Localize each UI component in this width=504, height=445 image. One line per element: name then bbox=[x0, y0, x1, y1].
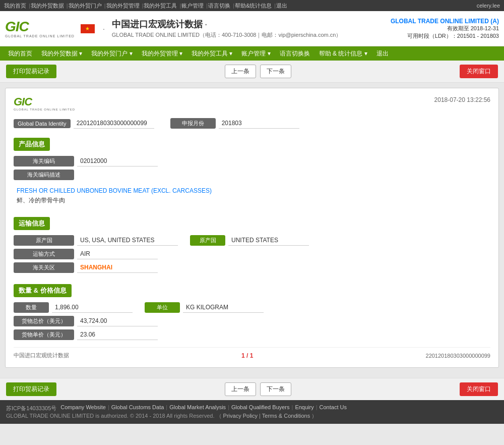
hsdesc-label: 海关编码描述 bbox=[14, 170, 74, 180]
product-section-header: 产品信息 bbox=[14, 138, 50, 151]
footer-market-analysis[interactable]: Global Market Analysis bbox=[169, 404, 226, 410]
footer-company-website[interactable]: Company Website bbox=[60, 404, 106, 410]
mainnav-data[interactable]: 我的外贸数据 ▾ bbox=[37, 47, 86, 60]
mainnav-language[interactable]: 语言切换换 bbox=[276, 47, 314, 60]
quantity-label: 数量 bbox=[14, 302, 49, 313]
record-card: GIC GLOBAL TRADE ONLINE LIMITED 2018-07-… bbox=[5, 88, 499, 368]
customs-zone-label: 海关关区 bbox=[14, 262, 74, 273]
footer-customs-data[interactable]: Global Customs Data bbox=[111, 404, 164, 410]
bottom-close-button[interactable]: 关闭窗口 bbox=[460, 382, 498, 396]
footer-copyright: GLOBAL TRADE ONLINE LIMITED is authorize… bbox=[6, 412, 498, 420]
unit-value: KG KILOGRAM bbox=[183, 302, 264, 313]
icp-area: 苏ICP备14033305号 Company Website | Global … bbox=[6, 404, 498, 412]
footer-contact-us[interactable]: Contact Us bbox=[320, 404, 347, 410]
privacy-policy-link[interactable]: Privacy Policy bbox=[223, 413, 258, 419]
unit-price-row: 货物单价（美元） 23.06 bbox=[14, 329, 490, 340]
record-timestamp: 2018-07-20 13:22:56 bbox=[434, 96, 490, 103]
origin-code-row: 原产国 US, USA, UNITED STATES 原产国 UNITED ST… bbox=[14, 235, 490, 246]
origin-code-value: US, USA, UNITED STATES bbox=[77, 235, 178, 246]
nav-home[interactable]: 我的首页 bbox=[4, 2, 26, 10]
mainnav-logout[interactable]: 退出 bbox=[372, 47, 393, 60]
top-navigation: 我的首页 | 我的外贸数据 | 我的外贸门户 | 我的外贸管理 | 我的外贸工具… bbox=[0, 0, 504, 11]
close-button[interactable]: 关闭窗口 bbox=[460, 65, 498, 78]
card-logo: GIC GLOBAL TRADE ONLINE LIMITED bbox=[14, 96, 75, 111]
bottom-print-button[interactable]: 打印贸易记录 bbox=[6, 382, 56, 396]
nav-management[interactable]: 我的外贸管理 bbox=[106, 2, 140, 10]
mainnav-help[interactable]: 帮助 & 统计信息 ▾ bbox=[315, 47, 371, 60]
unit-price-label: 货物单价（美元） bbox=[14, 329, 74, 340]
icp-text: 苏ICP备14033305号 bbox=[6, 405, 56, 412]
total-value-row: 货物总价（美元） 43,724.00 bbox=[14, 316, 490, 326]
mainnav-home[interactable]: 我的首页 bbox=[4, 47, 36, 60]
card-header: GIC GLOBAL TRADE ONLINE LIMITED 2018-07-… bbox=[14, 96, 490, 111]
customs-zone-value: SHANGHAI bbox=[77, 262, 158, 273]
quantity-section: 数量 & 价格信息 数量 1,896.00 单位 KG KILOGRAM 货物总… bbox=[14, 284, 490, 340]
mainnav-portal[interactable]: 我的外贸门户 ▾ bbox=[87, 47, 136, 60]
product-desc-en: FRESH OR CHILLED UNBONED BOVINE MEAT (EX… bbox=[17, 187, 490, 194]
global-identity-value: 220120180303000000099 bbox=[74, 118, 154, 129]
logo-area: GIC GLOBAL TRADE ONLINE LIMITED ★ · bbox=[5, 20, 107, 38]
next-button[interactable]: 下一条 bbox=[260, 65, 291, 78]
identity-row: Global Data Identity 2201201803030000000… bbox=[14, 118, 490, 129]
transport-mode-value: AIR bbox=[77, 249, 158, 259]
company-name-right: GLOBAL TRADE ONLINE LIMITED (A) bbox=[391, 18, 499, 25]
print-button[interactable]: 打印贸易记录 bbox=[6, 65, 56, 78]
copyright-text: GLOBAL TRADE ONLINE LIMITED is authorize… bbox=[6, 413, 222, 419]
bottom-toolbar: 打印贸易记录 上一条 下一条 关闭窗口 bbox=[0, 378, 504, 400]
nav-help[interactable]: 帮助&统计信息 bbox=[235, 2, 272, 10]
card-footer: 中国进口宏观统计数据 1 / 1 220120180303000000099 bbox=[14, 347, 490, 359]
china-flag: ★ bbox=[81, 24, 95, 33]
total-value-label: 货物总价（美元） bbox=[14, 316, 74, 326]
nav-data[interactable]: 我的外贸数据 bbox=[31, 2, 64, 10]
mainnav-account[interactable]: 账户管理 ▾ bbox=[237, 47, 274, 60]
quantity-value: 1,896.00 bbox=[52, 302, 133, 313]
transport-section: 运输信息 原产国 US, USA, UNITED STATES 原产国 UNIT… bbox=[14, 217, 490, 273]
footer-enquiry[interactable]: Enquiry bbox=[295, 404, 313, 410]
transport-section-header: 运输信息 bbox=[14, 217, 50, 230]
global-identity-label: Global Data Identity bbox=[14, 119, 71, 128]
page-title: 中国进口宏观统计数据 · bbox=[112, 18, 342, 30]
page-footer: 苏ICP备14033305号 Company Website | Global … bbox=[0, 400, 504, 424]
mainnav-tools[interactable]: 我的外贸工具 ▾ bbox=[187, 47, 236, 60]
unit-price-value: 23.06 bbox=[77, 329, 158, 340]
nav-portal[interactable]: 我的外贸门户 bbox=[69, 2, 102, 10]
quantity-row: 数量 1,896.00 单位 KG KILOGRAM bbox=[14, 302, 490, 313]
unit-label: 单位 bbox=[145, 302, 180, 313]
content-area: GIC GLOBAL TRADE ONLINE LIMITED 2018-07-… bbox=[0, 83, 504, 378]
nav-account[interactable]: 账户管理 bbox=[181, 2, 204, 10]
origin-code-label: 原产国 bbox=[14, 235, 74, 246]
hscode-row: 海关编码 02012000 bbox=[14, 156, 490, 166]
footer-label: 中国进口宏观统计数据 bbox=[14, 352, 69, 359]
footer-id: 220120180303000000099 bbox=[426, 353, 490, 359]
transport-mode-label: 运输方式 bbox=[14, 249, 74, 259]
quantity-section-header: 数量 & 价格信息 bbox=[14, 284, 72, 297]
hsdesc-row: 海关编码描述 bbox=[14, 170, 490, 180]
origin-country-value: UNITED STATES bbox=[228, 235, 309, 246]
header-right-info: GLOBAL TRADE ONLINE LIMITED (A) 有效期至 201… bbox=[391, 18, 499, 40]
origin-country-label: 原产国 bbox=[190, 235, 225, 246]
gtc-logo: GIC GLOBAL TRADE ONLINE LIMITED bbox=[5, 20, 75, 38]
nav-logout[interactable]: 退出 bbox=[276, 2, 287, 10]
hscode-value: 02012000 bbox=[77, 156, 158, 166]
declaration-month-label: 申报月份 bbox=[170, 118, 216, 129]
user-display: celery.lee bbox=[477, 3, 500, 9]
page-title-area: 中国进口宏观统计数据 · GLOBAL TRADE ONLINE LIMITED… bbox=[112, 18, 342, 39]
total-value-value: 43,724.00 bbox=[77, 316, 158, 326]
footer-qualified-buyers[interactable]: Global Qualified Buyers bbox=[231, 404, 290, 410]
footer-links: Company Website | Global Customs Data | … bbox=[60, 404, 347, 410]
terms-link[interactable]: Terms & Conditions bbox=[262, 413, 310, 419]
nav-language[interactable]: 语言切换 bbox=[208, 2, 230, 10]
hscode-label: 海关编码 bbox=[14, 156, 74, 166]
mainnav-mgmt[interactable]: 我的外贸管理 ▾ bbox=[138, 47, 186, 60]
product-desc-cn: 鲜、冷的带骨牛肉 bbox=[17, 196, 490, 205]
company-info: GLOBAL TRADE ONLINE LIMITED（电话：400-710-3… bbox=[112, 31, 342, 39]
transport-mode-row: 运输方式 AIR bbox=[14, 249, 490, 259]
main-navigation: 我的首页 我的外贸数据 ▾ 我的外贸门户 ▾ 我的外贸管理 ▾ 我的外贸工具 ▾… bbox=[0, 46, 504, 61]
ldr-range: 可用时段（LDR）：201501 - 201803 bbox=[391, 32, 499, 40]
prev-button[interactable]: 上一条 bbox=[225, 65, 256, 78]
page-header: GIC GLOBAL TRADE ONLINE LIMITED ★ · 中国进口… bbox=[0, 11, 504, 46]
bottom-next-button[interactable]: 下一条 bbox=[260, 382, 291, 396]
validity-date: 有效期至 2018-12-31 bbox=[391, 25, 499, 32]
bottom-prev-button[interactable]: 上一条 bbox=[225, 382, 256, 396]
nav-tools[interactable]: 我的外贸工具 bbox=[144, 2, 177, 10]
